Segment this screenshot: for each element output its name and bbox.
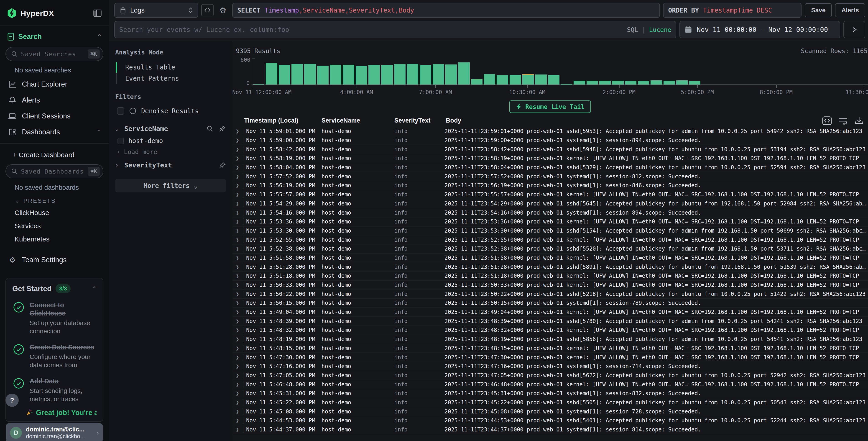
table-row[interactable]: ❯Nov 11 5:46:48.000 PMhost-demoinfo2025-…: [232, 380, 868, 389]
collapse-sidebar-icon[interactable]: [93, 9, 102, 17]
table-row[interactable]: ❯Nov 11 5:51:58.000 PMhost-demoinfo2025-…: [232, 254, 868, 263]
order-by-input[interactable]: ORDER BYTimestampTime DESC: [663, 3, 802, 18]
mode-results-table[interactable]: Results Table: [116, 62, 226, 73]
search-input[interactable]: Search your events w/ Lucene ex. column:…: [114, 21, 676, 38]
table-row[interactable]: ❯Nov 11 5:54:16.000 PMhost-demoinfo2025-…: [232, 208, 868, 217]
cell-body: 2025-11-11T23:48:39+0000 prod-web-01 ssh…: [444, 318, 868, 324]
table-row[interactable]: ❯Nov 11 5:58:19.000 PMhost-demoinfo2025-…: [232, 154, 868, 163]
sidebar-item-client-sessions[interactable]: Client Sessions: [0, 108, 109, 124]
column-header-timestamp[interactable]: Timestamp (Local): [243, 117, 320, 124]
table-row[interactable]: ❯Nov 11 5:48:39.000 PMhost-demoinfo2025-…: [232, 317, 868, 326]
cell-timestamp: Nov 11 5:47:05.000 PM: [243, 372, 320, 379]
help-button[interactable]: ?: [5, 393, 19, 407]
table-row[interactable]: ❯Nov 11 5:58:04.000 PMhost-demoinfo2025-…: [232, 163, 868, 172]
facet-search-icon[interactable]: [206, 125, 214, 133]
table-row[interactable]: ❯Nov 11 5:47:30.000 PMhost-demoinfo2025-…: [232, 353, 868, 362]
column-header-body[interactable]: Body: [444, 117, 868, 124]
saved-dashboards-input[interactable]: Saved Dashboards ⌘K: [5, 164, 103, 178]
table-row[interactable]: ❯Nov 11 5:48:15.000 PMhost-demoinfo2025-…: [232, 344, 868, 353]
cell-body: 2025-11-11T23:59:01+0000 prod-web-01 ssh…: [444, 128, 868, 135]
chevron-up-icon[interactable]: ⌃: [97, 33, 102, 40]
alerts-button[interactable]: Alerts: [835, 3, 865, 17]
table-code-view-icon[interactable]: [822, 116, 832, 125]
table-row[interactable]: ❯Nov 11 5:57:52.000 PMhost-demoinfo2025-…: [232, 172, 868, 181]
table-row[interactable]: ❯Nov 11 5:44:37.000 PMhost-demoinfo2025-…: [232, 425, 868, 434]
table-row[interactable]: ❯Nov 11 5:58:42.000 PMhost-demoinfo2025-…: [232, 145, 868, 154]
table-row[interactable]: ❯Nov 11 5:47:05.000 PMhost-demoinfo2025-…: [232, 371, 868, 380]
cell-body: 2025-11-11T23:58:42+0000 prod-web-01 ssh…: [444, 146, 868, 153]
cell-severitytext: info: [393, 417, 444, 424]
denoise-results-toggle[interactable]: Denoise Results: [117, 107, 226, 115]
column-header-severitytext[interactable]: SeverityText: [393, 117, 444, 124]
preset-clickhouse[interactable]: ClickHouse: [0, 206, 109, 219]
source-select[interactable]: Logs: [114, 3, 198, 18]
table-row[interactable]: ❯Nov 11 5:51:18.000 PMhost-demoinfo2025-…: [232, 271, 868, 281]
table-row[interactable]: ❯Nov 11 5:50:33.000 PMhost-demoinfo2025-…: [232, 281, 868, 290]
sidebar-item-search[interactable]: Search ⌃: [0, 28, 109, 45]
denoise-checkbox[interactable]: [117, 107, 124, 115]
search-section-icon: [7, 32, 14, 41]
download-icon[interactable]: [854, 116, 864, 125]
sidebar-item-team-settings[interactable]: ⚙ Team Settings: [0, 252, 109, 268]
save-button[interactable]: Save: [805, 3, 832, 17]
pin-icon[interactable]: [219, 125, 226, 133]
mode-event-patterns[interactable]: Event Patterns: [116, 73, 226, 84]
get-started-item[interactable]: Create Data Sources Configure where your…: [12, 343, 97, 369]
sql-toggle[interactable]: SQL: [627, 26, 638, 33]
pin-icon[interactable]: [219, 161, 226, 169]
table-row[interactable]: ❯Nov 11 5:59:00.000 PMhost-demoinfo2025-…: [232, 136, 868, 145]
sidebar-item-alerts[interactable]: Alerts: [0, 92, 109, 108]
table-row[interactable]: ❯Nov 11 5:52:55.000 PMhost-demoinfo2025-…: [232, 235, 868, 244]
table-row[interactable]: ❯Nov 11 5:45:31.000 PMhost-demoinfo2025-…: [232, 389, 868, 398]
date-range-picker[interactable]: Nov 11 00:00:00 - Nov 12 00:00:00: [679, 21, 840, 38]
cell-servicename: host-demo: [320, 399, 393, 406]
table-row[interactable]: ❯Nov 11 5:48:19.000 PMhost-demoinfo2025-…: [232, 335, 868, 344]
table-row[interactable]: ❯Nov 11 5:45:08.000 PMhost-demoinfo2025-…: [232, 407, 868, 416]
facet-servicename[interactable]: ⌄ ServiceName: [115, 125, 226, 133]
facet-severitytext[interactable]: › SeverityText: [115, 161, 226, 169]
table-row[interactable]: ❯Nov 11 5:47:16.000 PMhost-demoinfo2025-…: [232, 362, 868, 371]
table-row[interactable]: ❯Nov 11 5:44:53.000 PMhost-demoinfo2025-…: [232, 416, 868, 425]
presets-group[interactable]: ⌄ PRESETS: [0, 194, 109, 206]
column-header-servicename[interactable]: ServiceName: [320, 117, 393, 124]
gear-icon[interactable]: ⚙: [217, 4, 229, 17]
code-view-button[interactable]: [201, 4, 214, 17]
get-started-item[interactable]: Add Data Start sending logs, metrics, or…: [12, 377, 97, 403]
chevron-up-icon[interactable]: ⌃: [92, 285, 97, 292]
wrap-text-icon[interactable]: [838, 117, 848, 125]
table-row[interactable]: ❯Nov 11 5:50:22.000 PMhost-demoinfo2025-…: [232, 290, 868, 299]
resume-live-tail-button[interactable]: Resume Live Tail: [509, 100, 591, 113]
cell-timestamp: Nov 11 5:48:15.000 PM: [243, 345, 320, 351]
user-menu[interactable]: D dominic.tran@clic... dominic.tran@clic…: [6, 423, 103, 441]
create-dashboard-button[interactable]: + Create Dashboard: [0, 146, 109, 163]
saved-searches-input[interactable]: Saved Searches ⌘K: [5, 47, 103, 61]
preset-kubernetes[interactable]: Kubernetes: [0, 233, 109, 246]
table-row[interactable]: ❯Nov 11 5:55:57.000 PMhost-demoinfo2025-…: [232, 190, 868, 199]
table-row[interactable]: ❯Nov 11 5:53:36.000 PMhost-demoinfo2025-…: [232, 217, 868, 227]
table-row[interactable]: ❯Nov 11 5:45:22.000 PMhost-demoinfo2025-…: [232, 398, 868, 407]
select-columns-input[interactable]: SELECTTimestamp,ServiceName,SeverityText…: [232, 3, 660, 18]
chevron-up-icon[interactable]: ⌃: [96, 129, 101, 136]
table-row[interactable]: ❯Nov 11 5:50:15.000 PMhost-demoinfo2025-…: [232, 299, 868, 308]
table-row[interactable]: ❯Nov 11 5:54:29.000 PMhost-demoinfo2025-…: [232, 199, 868, 208]
sidebar-item-dashboards[interactable]: Dashboards ⌃: [0, 124, 109, 140]
table-row[interactable]: ❯Nov 11 5:59:01.000 PMhost-demoinfo2025-…: [232, 127, 868, 136]
preset-services[interactable]: Services: [0, 219, 109, 233]
table-row[interactable]: ❯Nov 11 5:53:30.000 PMhost-demoinfo2025-…: [232, 227, 868, 236]
table-row[interactable]: ❯Nov 11 5:48:32.000 PMhost-demoinfo2025-…: [232, 326, 868, 335]
lucene-toggle[interactable]: Lucene: [649, 26, 671, 33]
events-histogram[interactable]: 600 0 Nov 11 12:00:00 AM4:00:00 AM7:00:0…: [232, 57, 868, 98]
sidebar-item-chart-explorer[interactable]: Chart Explorer: [0, 76, 109, 92]
load-more-button[interactable]: › Load more: [117, 148, 226, 155]
cell-body: 2025-11-11T23:54:29+0000 prod-web-01 ssh…: [444, 201, 868, 207]
table-row[interactable]: ❯Nov 11 5:49:04.000 PMhost-demoinfo2025-…: [232, 308, 868, 317]
host-demo-checkbox[interactable]: [118, 138, 124, 144]
table-row[interactable]: ❯Nov 11 5:52:38.000 PMhost-demoinfo2025-…: [232, 244, 868, 254]
get-started-item[interactable]: Connect to ClickHouse Set up your databa…: [12, 301, 97, 335]
histogram-plot-area[interactable]: [252, 59, 868, 85]
facet-value-host-demo[interactable]: host-demo: [118, 137, 226, 145]
table-row[interactable]: ❯Nov 11 5:51:28.000 PMhost-demoinfo2025-…: [232, 262, 868, 271]
table-row[interactable]: ❯Nov 11 5:56:19.000 PMhost-demoinfo2025-…: [232, 181, 868, 190]
more-filters-button[interactable]: More filters ⌄: [115, 179, 226, 192]
run-query-button[interactable]: [843, 21, 865, 38]
